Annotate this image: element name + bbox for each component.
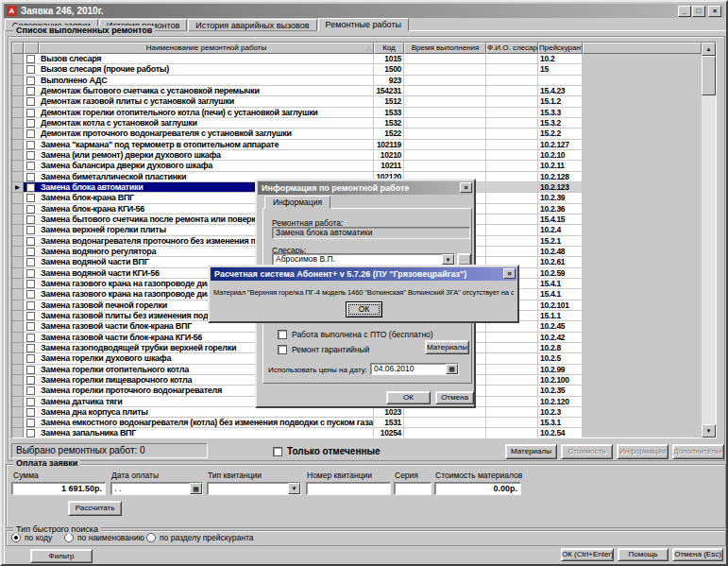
row-checkbox[interactable]	[26, 408, 35, 417]
row-checkbox[interactable]	[26, 141, 35, 149]
row-filler	[583, 407, 702, 418]
work-mechanic-cell	[486, 204, 538, 214]
row-checkbox[interactable]	[26, 354, 35, 363]
price-date-field[interactable]: 04.06.2010 ▦	[370, 363, 459, 375]
row-checkbox[interactable]	[26, 398, 35, 406]
only-marked-checkbox[interactable]	[273, 447, 282, 456]
receipt-number-field[interactable]	[306, 482, 391, 495]
row-checkbox[interactable]	[26, 205, 35, 214]
row-checkbox[interactable]	[26, 55, 35, 63]
pto-checkbox[interactable]	[278, 330, 287, 339]
work-name-cell[interactable]: Замена "кармана" под термометр в отопите…	[24, 140, 374, 150]
work-name-cell[interactable]: Демонтаж котла с установкой заглушки	[24, 118, 374, 129]
row-checkbox[interactable]	[26, 344, 35, 352]
info-cancel-button[interactable]: Отмена	[435, 391, 474, 404]
work-name-cell[interactable]: Вызов слесаря (прочие работы)	[24, 64, 374, 75]
row-checkbox[interactable]	[26, 173, 35, 181]
row-checkbox[interactable]	[26, 97, 35, 106]
info-tab[interactable]: Информация	[264, 196, 330, 209]
search-radio-1[interactable]	[64, 533, 74, 542]
row-checkbox[interactable]	[26, 301, 35, 310]
search-radio-0[interactable]	[11, 533, 21, 542]
work-name-cell[interactable]: Замена (или ремонт) дверки духового шкаф…	[24, 150, 374, 161]
dialog-bottom-button-0[interactable]: ОК (Ctrl+Enter)	[561, 548, 614, 561]
header-time[interactable]: Время выполнения	[404, 43, 486, 54]
work-price-cell: 10.2.99	[538, 365, 583, 375]
dialog-bottom-button-1[interactable]: Помощь	[618, 548, 669, 561]
minimize-icon[interactable]: _	[678, 6, 691, 17]
calendar-icon[interactable]: ▦	[446, 364, 458, 374]
row-checkbox[interactable]	[26, 312, 35, 320]
scroll-down-icon[interactable]: ▼	[702, 424, 716, 437]
receipt-type-select[interactable]: ▼	[207, 482, 301, 495]
action-button-0[interactable]: Материалы	[505, 444, 557, 459]
row-checkbox[interactable]	[26, 376, 35, 385]
row-checkbox[interactable]	[26, 87, 35, 95]
header-name[interactable]: Наименование ремонтной работы △	[39, 43, 374, 54]
dialog-bottom-button-2[interactable]: Отмена (Esc)	[672, 548, 723, 561]
row-checkbox[interactable]	[26, 77, 35, 85]
row-checkbox[interactable]	[26, 366, 35, 374]
message-dialog-close-icon[interactable]: ×	[503, 268, 516, 279]
work-name-cell[interactable]: Вызов слесаря	[24, 54, 374, 64]
row-checkbox[interactable]	[26, 258, 35, 266]
row-checkbox[interactable]	[26, 226, 35, 234]
row-checkbox[interactable]	[26, 386, 35, 395]
row-checkbox[interactable]	[26, 183, 35, 192]
row-checkbox[interactable]	[26, 237, 35, 246]
warranty-checkbox[interactable]	[278, 345, 287, 354]
series-field[interactable]	[394, 482, 432, 495]
work-name-cell[interactable]: Демонтаж газовой плиты с установкой загл…	[24, 96, 374, 107]
work-name-cell[interactable]: Замена дна корпуса плиты	[24, 407, 374, 418]
dialog-materials-button[interactable]: Материалы	[425, 340, 469, 354]
work-name: Замена горелки духового шкафа	[41, 353, 171, 363]
row-checkbox[interactable]	[26, 65, 35, 74]
row-checkbox[interactable]	[26, 248, 35, 256]
work-name-cell[interactable]: Демонтаж горелки отопительного котла (пе…	[24, 108, 374, 118]
tab-item-2[interactable]: История аварийных вызовов	[188, 19, 316, 31]
work-name-cell[interactable]: Выполнено АДС	[24, 76, 374, 86]
row-checkbox[interactable]	[26, 215, 35, 224]
row-checkbox[interactable]	[26, 162, 35, 170]
header-price[interactable]: Прейскурант	[538, 43, 583, 54]
row-checkbox[interactable]	[26, 194, 35, 202]
row-checkbox[interactable]	[26, 322, 35, 331]
row-checkbox[interactable]	[26, 269, 35, 278]
message-ok-button[interactable]: ОК	[346, 301, 382, 317]
sum-field[interactable]: 1 691.50р.	[11, 482, 106, 495]
header-mechanic[interactable]: Ф.И.О. слесаря	[486, 43, 538, 54]
pay-date-field[interactable]: . . ▦	[110, 482, 203, 495]
row-checkbox[interactable]	[26, 429, 35, 437]
info-ok-button[interactable]: ОК	[386, 391, 431, 404]
info-dialog-close-icon[interactable]: ×	[460, 182, 472, 193]
scroll-up-icon[interactable]: ▲	[702, 43, 716, 56]
calendar-icon[interactable]: ▦	[190, 483, 202, 494]
work-name-cell[interactable]: Замена запальника ВПГ	[24, 428, 374, 438]
row-checkbox[interactable]	[26, 419, 35, 427]
work-name-cell[interactable]: Замена емкостного водонагревателя (котла…	[24, 418, 374, 428]
row-filler	[583, 129, 702, 139]
row-checkbox[interactable]	[26, 334, 35, 342]
work-name: Вызов слесаря (прочие работы)	[41, 64, 169, 74]
dropdown-icon[interactable]: ▼	[288, 483, 300, 494]
scroll-thumb[interactable]	[702, 56, 716, 95]
work-name-cell[interactable]: Демонтаж бытового счетчика с установкой …	[24, 86, 374, 96]
dropdown-icon[interactable]: ▼	[442, 254, 454, 265]
row-checkbox[interactable]	[26, 119, 35, 128]
pay-date-label: Дата оплаты	[111, 471, 159, 480]
row-checkbox[interactable]	[26, 129, 35, 138]
work-name-cell[interactable]: Демонтаж проточного водонагревателя с ус…	[24, 129, 374, 139]
vertical-scrollbar[interactable]: ▲ ▼	[702, 43, 716, 437]
calculate-button[interactable]: Рассчитать	[68, 501, 122, 516]
tab-item-3[interactable]: Ремонтные работы	[318, 18, 409, 31]
restore-icon[interactable]: □	[692, 6, 705, 17]
row-checkbox[interactable]	[26, 280, 35, 288]
row-checkbox[interactable]	[26, 151, 35, 160]
row-checkbox[interactable]	[26, 109, 35, 117]
header-code[interactable]: Код	[374, 43, 404, 54]
search-radio-2[interactable]	[146, 533, 156, 542]
close-icon[interactable]: ×	[708, 6, 721, 17]
row-checkbox[interactable]	[26, 290, 35, 299]
work-name-cell[interactable]: Замена балансира дверки духового шкафа	[24, 161, 374, 171]
filter-button[interactable]: Фильтр	[30, 549, 93, 563]
